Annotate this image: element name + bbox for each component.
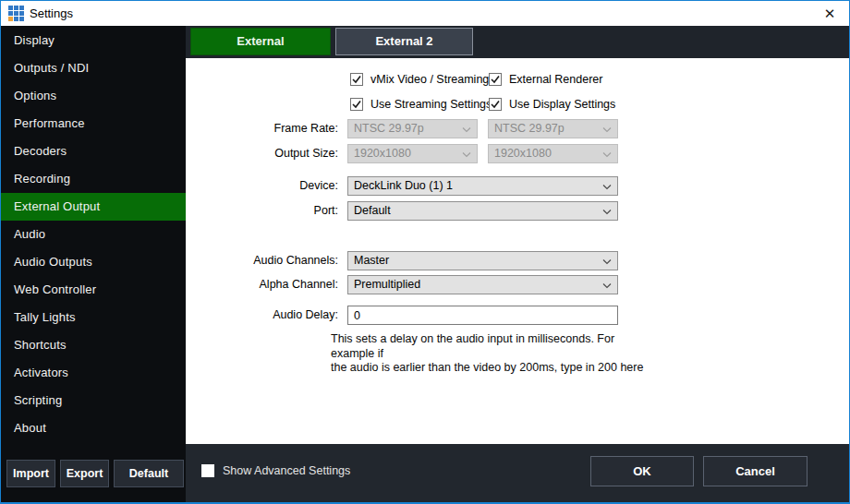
sidebar-item-tally-lights[interactable]: Tally Lights	[1, 304, 186, 331]
chevron-down-icon	[462, 126, 471, 133]
chevron-down-icon	[602, 126, 612, 133]
sidebar-item-decoders[interactable]: Decoders	[1, 138, 186, 165]
checkbox-checked-icon[interactable]	[489, 98, 502, 111]
use-display-settings-checkbox[interactable]: Use Display Settings	[489, 96, 615, 113]
sidebar-item-audio-outputs[interactable]: Audio Outputs	[1, 248, 186, 276]
import-button[interactable]: Import	[6, 460, 55, 487]
sidebar-item-options[interactable]: Options	[1, 82, 186, 110]
sidebar-item-web-controller[interactable]: Web Controller	[1, 276, 186, 304]
output-size-row: Output Size: 1920x1080 1920x1080	[186, 144, 849, 163]
output-size-label: Output Size:	[186, 144, 338, 163]
checkbox-checked-icon[interactable]	[350, 98, 363, 111]
chevron-down-icon	[462, 151, 471, 158]
export-button[interactable]: Export	[60, 460, 109, 487]
external-output-panel: vMix Video / Streaming External Renderer…	[186, 58, 849, 444]
frame-rate-dropdown-1[interactable]: NTSC 29.97p	[347, 119, 478, 138]
chevron-down-icon	[602, 258, 612, 265]
vmix-video-streaming-checkbox[interactable]: vMix Video / Streaming	[350, 71, 489, 88]
frame-rate-label: Frame Rate:	[186, 119, 338, 138]
output-size-dropdown-1[interactable]: 1920x1080	[347, 144, 478, 163]
sidebar-item-outputs-ndi[interactable]: Outputs / NDI	[1, 54, 186, 82]
tab-external[interactable]: External	[190, 28, 331, 55]
footer-bar: Show Advanced Settings OK Cancel	[186, 444, 849, 502]
port-row: Port: Default	[186, 201, 849, 221]
checkbox-label: Use Display Settings	[509, 98, 615, 111]
sidebar-item-shortcuts[interactable]: Shortcuts	[1, 331, 186, 359]
checkbox-label: External Renderer	[509, 73, 602, 86]
checkbox-label: vMix Video / Streaming	[370, 73, 489, 86]
settings-window: Settings ✕ Display Outputs / NDI Options…	[0, 0, 850, 504]
show-advanced-settings-label: Show Advanced Settings	[223, 464, 350, 477]
checkbox-checked-icon[interactable]	[350, 73, 363, 86]
audio-delay-label: Audio Delay:	[186, 306, 338, 325]
external-renderer-checkbox[interactable]: External Renderer	[489, 71, 602, 88]
device-label: Device:	[186, 176, 338, 196]
sidebar: Display Outputs / NDI Options Performanc…	[1, 26, 186, 502]
output-size-dropdown-2[interactable]: 1920x1080	[488, 144, 618, 163]
tab-bar: External External 2	[186, 26, 849, 58]
title-bar: Settings ✕	[1, 1, 849, 26]
checkbox-unchecked-icon[interactable]	[201, 464, 214, 477]
alpha-channel-row: Alpha Channel: Premultiplied	[186, 275, 849, 294]
close-icon[interactable]: ✕	[814, 1, 845, 26]
checkbox-checked-icon[interactable]	[489, 73, 502, 86]
frame-rate-row: Frame Rate: NTSC 29.97p NTSC 29.97p	[186, 119, 849, 138]
sidebar-list: Display Outputs / NDI Options Performanc…	[1, 26, 186, 442]
sidebar-item-performance[interactable]: Performance	[1, 110, 186, 138]
audio-channels-row: Audio Channels: Master	[186, 251, 849, 270]
sidebar-item-recording[interactable]: Recording	[1, 165, 186, 193]
sidebar-item-activators[interactable]: Activators	[1, 359, 186, 387]
cancel-button[interactable]: Cancel	[703, 456, 808, 486]
device-row: Device: DeckLink Duo (1) 1	[186, 176, 849, 196]
audio-delay-helper-text: This sets a delay on the audio input in …	[331, 332, 645, 376]
audio-delay-row: Audio Delay:	[186, 306, 849, 325]
sidebar-item-audio[interactable]: Audio	[1, 221, 186, 248]
sidebar-item-external-output[interactable]: External Output	[1, 193, 186, 221]
chevron-down-icon	[602, 282, 612, 289]
sidebar-item-scripting[interactable]: Scripting	[1, 387, 186, 414]
checkbox-label: Use Streaming Settings	[370, 98, 492, 111]
sidebar-item-display[interactable]: Display	[1, 27, 186, 54]
alpha-channel-label: Alpha Channel:	[186, 275, 338, 294]
use-streaming-settings-checkbox[interactable]: Use Streaming Settings	[350, 96, 492, 113]
tab-external-2[interactable]: External 2	[335, 28, 473, 55]
checkbox-row-1: vMix Video / Streaming External Renderer	[186, 71, 849, 88]
ok-button[interactable]: OK	[590, 456, 694, 486]
show-advanced-settings-checkbox[interactable]: Show Advanced Settings	[201, 464, 350, 477]
checkbox-row-2: Use Streaming Settings Use Display Setti…	[186, 96, 849, 113]
port-label: Port:	[186, 201, 338, 221]
audio-channels-dropdown[interactable]: Master	[347, 251, 618, 270]
alpha-channel-dropdown[interactable]: Premultiplied	[347, 275, 618, 294]
audio-channels-label: Audio Channels:	[186, 251, 338, 270]
port-dropdown[interactable]: Default	[347, 201, 618, 221]
sidebar-item-about[interactable]: About	[1, 414, 186, 442]
chevron-down-icon	[602, 151, 612, 158]
device-dropdown[interactable]: DeckLink Duo (1) 1	[347, 176, 618, 196]
frame-rate-dropdown-2[interactable]: NTSC 29.97p	[488, 119, 618, 138]
vmix-app-icon	[8, 6, 24, 21]
window-title: Settings	[30, 1, 73, 26]
chevron-down-icon	[602, 184, 612, 190]
default-button[interactable]: Default	[114, 460, 184, 487]
audio-delay-input[interactable]	[347, 306, 618, 325]
chevron-down-icon	[602, 209, 612, 215]
